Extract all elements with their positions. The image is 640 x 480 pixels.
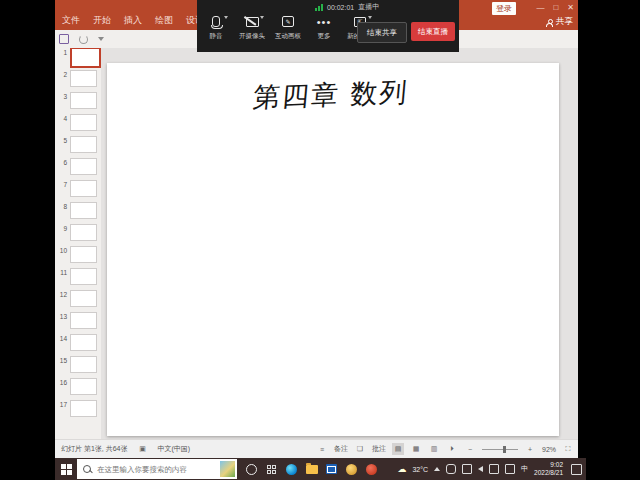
tray-mic-icon[interactable] <box>446 464 456 474</box>
notification-center-button[interactable] <box>571 464 582 475</box>
status-right: ≡ 备注 ❏ 批注 ▤ ▦ ▥ ⏵ − + 92% ⛶ <box>316 443 574 455</box>
slide-number: 3 <box>59 92 67 100</box>
reading-view-button[interactable]: ▥ <box>428 443 440 455</box>
start-button[interactable] <box>55 464 77 475</box>
clock-time: 9:02 <box>550 461 563 469</box>
slide-thumbnail[interactable] <box>70 356 97 373</box>
editing-canvas: 第四章 数列 <box>101 48 578 440</box>
end-share-button[interactable]: 结束共享 <box>357 22 407 43</box>
notes-toggle[interactable]: 备注 <box>334 444 348 454</box>
slide-thumbnail[interactable] <box>70 224 97 241</box>
handwritten-slide-title[interactable]: 第四章 数列 <box>251 74 410 116</box>
tab-insert[interactable]: 插入 <box>124 14 142 27</box>
slide-row: 14 <box>59 334 101 350</box>
tab-home[interactable]: 开始 <box>93 14 111 27</box>
language-indicator[interactable]: 中文(中国) <box>158 444 191 454</box>
minimize-button[interactable]: — <box>536 3 544 12</box>
tab-draw[interactable]: 绘图 <box>155 14 173 27</box>
slide-thumbnail[interactable] <box>70 378 97 395</box>
file-explorer-button[interactable] <box>305 463 318 476</box>
whiteboard-label: 互动画板 <box>275 32 301 41</box>
tray-folder-icon[interactable] <box>489 464 499 474</box>
clock[interactable]: 9:02 2022/8/21 <box>534 461 563 478</box>
slideshow-button[interactable]: ⏵ <box>446 443 458 455</box>
slide-thumbnail-panel: 1 2 3 4 5 6 7 8 9 10 11 12 13 14 15 16 1… <box>55 48 101 440</box>
tab-file[interactable]: 文件 <box>62 14 80 27</box>
slide-thumbnail[interactable] <box>70 158 97 175</box>
mute-label: 静音 <box>210 32 223 41</box>
slide-row: 11 <box>59 268 101 284</box>
more-icon: ••• <box>317 16 332 28</box>
show-hidden-icons-button[interactable] <box>434 467 440 471</box>
zoom-in-button[interactable]: + <box>524 443 536 455</box>
slide-thumbnail[interactable] <box>70 268 97 285</box>
more-button[interactable]: ••• 更多 <box>309 14 339 41</box>
slide-number: 10 <box>59 246 67 254</box>
taskbar-search[interactable] <box>77 459 237 479</box>
cortana-icon <box>246 464 257 475</box>
app-red-button[interactable] <box>365 463 378 476</box>
current-slide[interactable]: 第四章 数列 <box>107 63 559 436</box>
slide-row: 1 <box>59 48 101 64</box>
slide-number: 2 <box>59 70 67 78</box>
slide-row: 4 <box>59 114 101 130</box>
slide-thumbnail[interactable] <box>70 202 97 219</box>
slide-thumbnail[interactable] <box>70 180 97 197</box>
end-live-button[interactable]: 结束直播 <box>411 22 455 41</box>
app-gold-button[interactable] <box>345 463 358 476</box>
slide-row: 3 <box>59 92 101 108</box>
mail-button[interactable] <box>325 463 338 476</box>
share-button[interactable]: 共享 <box>546 16 573 28</box>
live-status-label: 直播中 <box>358 2 379 12</box>
person-icon <box>546 19 553 26</box>
slide-row: 12 <box>59 290 101 306</box>
search-input[interactable] <box>95 464 216 475</box>
tray-display-icon[interactable] <box>462 464 472 474</box>
slide-number: 12 <box>59 290 67 298</box>
slide-thumbnail[interactable] <box>70 334 97 351</box>
task-view-button[interactable] <box>265 463 278 476</box>
save-icon[interactable] <box>59 34 69 44</box>
folder-icon <box>306 465 318 474</box>
zoom-slider[interactable] <box>482 449 518 450</box>
slide-thumbnail[interactable] <box>70 70 97 87</box>
zoom-slider-thumb[interactable] <box>503 446 506 453</box>
customize-toolbar-icon[interactable] <box>98 37 104 41</box>
fit-to-window-icon[interactable]: ⛶ <box>562 443 574 455</box>
comments-toggle[interactable]: 批注 <box>372 444 386 454</box>
slide-number: 14 <box>59 334 67 342</box>
cortana-button[interactable] <box>245 463 258 476</box>
edge-button[interactable] <box>285 463 298 476</box>
weather-temperature[interactable]: 32°C <box>412 466 428 473</box>
undo-icon[interactable] <box>79 35 88 44</box>
slide-thumbnail[interactable] <box>70 400 97 417</box>
maximize-button[interactable]: □ <box>553 3 558 12</box>
keyboard-icon[interactable] <box>505 464 515 474</box>
screen: 文件 开始 插入 绘图 设计 切换 登录 — □ ✕ 共享 <box>0 0 640 480</box>
slide-thumbnail[interactable] <box>70 92 97 109</box>
zoom-percentage[interactable]: 92% <box>542 446 556 453</box>
slide-row: 5 <box>59 136 101 152</box>
normal-view-button[interactable]: ▤ <box>392 443 404 455</box>
weather-icon: ☁ <box>397 465 406 474</box>
whiteboard-button[interactable]: ✎ 互动画板 <box>273 14 303 41</box>
live-buttons: 静音 开摄像头 ✎ 互动画板 ••• 更多 ⇱ 新的共享 <box>201 14 375 41</box>
slide-thumbnail[interactable] <box>70 246 97 263</box>
slide-sorter-view-button[interactable]: ▦ <box>410 443 422 455</box>
mail-icon <box>326 464 337 474</box>
accessibility-icon[interactable]: ▣ <box>137 443 149 455</box>
login-button[interactable]: 登录 <box>492 2 516 15</box>
camera-button[interactable]: 开摄像头 <box>237 14 267 41</box>
slide-thumbnail-selected[interactable] <box>70 48 101 68</box>
ime-indicator[interactable]: 中 <box>521 464 528 474</box>
slide-thumbnail[interactable] <box>70 312 97 329</box>
close-button[interactable]: ✕ <box>567 3 574 12</box>
speaker-icon[interactable] <box>478 466 483 472</box>
zoom-out-button[interactable]: − <box>464 443 476 455</box>
slide-thumbnail[interactable] <box>70 136 97 153</box>
slide-row: 16 <box>59 378 101 394</box>
slide-thumbnail[interactable] <box>70 290 97 307</box>
search-highlight-image[interactable] <box>220 461 235 477</box>
mute-button[interactable]: 静音 <box>201 14 231 41</box>
slide-thumbnail[interactable] <box>70 114 97 131</box>
